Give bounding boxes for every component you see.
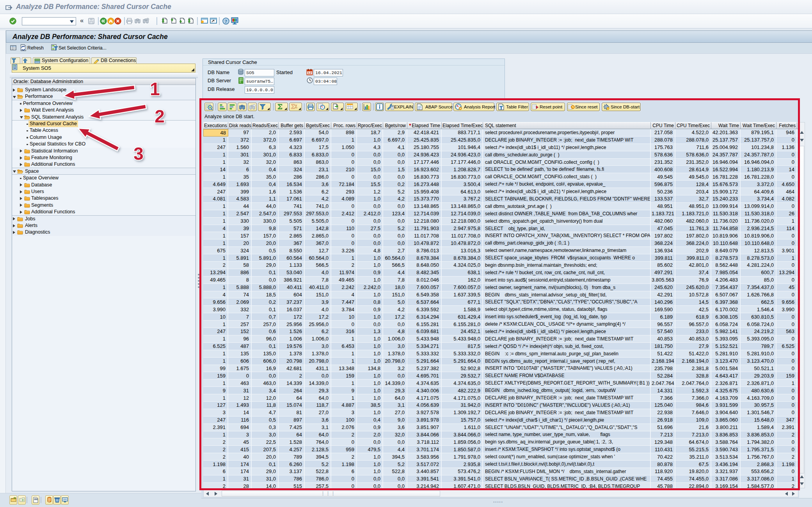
svg-text:?: ? — [225, 18, 227, 24]
svg-text:12: 12 — [308, 71, 312, 75]
